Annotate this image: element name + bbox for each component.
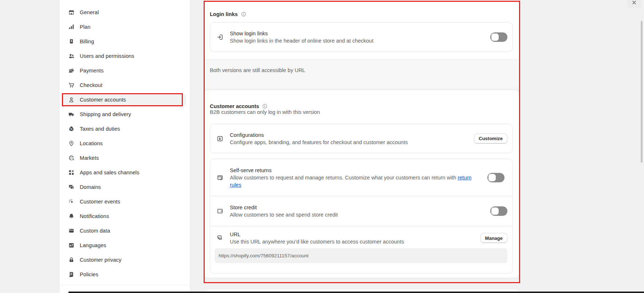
sidebar-item-policies[interactable]: Policies: [63, 269, 186, 280]
sidebar-item-languages[interactable]: A Languages: [63, 239, 186, 251]
sidebar-list: General Plan $ Billing Users and permiss…: [59, 0, 190, 280]
account-features-list: Self-serve returns Allow customers to re…: [210, 159, 513, 274]
setting-title: Configurations: [230, 131, 468, 139]
url-text: URL Use this URL anywhere you’d like cus…: [230, 231, 474, 245]
customize-button[interactable]: Customize: [474, 134, 507, 144]
store-credit-icon: [216, 207, 224, 215]
sidebar-item-plan[interactable]: Plan: [63, 21, 186, 33]
translate-icon: A: [68, 242, 75, 249]
sidebar-item-label: Taxes and duties: [80, 126, 120, 132]
person-icon: [68, 96, 75, 103]
account-url-value: https://shopify.com/75609211157/account: [219, 253, 309, 258]
configurations-icon: [216, 135, 224, 142]
sidebar-item-label: Billing: [80, 39, 94, 44]
sidebar-item-label: Apps and sales channels: [80, 170, 140, 175]
setting-title: URL: [230, 231, 474, 238]
tax-bag-icon: %: [68, 126, 75, 132]
toggle-knob: [491, 33, 499, 41]
sidebar-item-notifications[interactable]: Notifications: [63, 210, 186, 222]
sidebar-item-label: Payments: [80, 68, 103, 74]
document-icon: [68, 271, 75, 278]
self-serve-returns-row: Self-serve returns Allow customers to re…: [210, 159, 513, 196]
sidebar-item-label: Checkout: [80, 82, 102, 88]
sidebar-item-taxes-duties[interactable]: % Taxes and duties: [63, 123, 186, 135]
login-links-footnote: Both versions are still accessible by UR…: [204, 59, 519, 89]
description-text: Allow customers to request and manage re…: [230, 175, 458, 181]
globe-icon: $: [68, 155, 75, 161]
manage-button[interactable]: Manage: [480, 233, 507, 243]
lock-icon: [68, 257, 75, 263]
sidebar-item-markets[interactable]: $ Markets: [63, 152, 186, 164]
store-credit-row: Store credit Allow customers to see and …: [210, 196, 513, 226]
setting-description: Allow customers to see and spend store c…: [230, 211, 484, 218]
sidebar-item-shipping-delivery[interactable]: Shipping and delivery: [63, 108, 186, 120]
cart-icon: [68, 82, 75, 88]
sidebar-item-locations[interactable]: Locations: [63, 138, 186, 149]
url-pages-icon: [216, 234, 224, 242]
login-links-header: Login links: [210, 6, 247, 22]
svg-text:$: $: [72, 158, 74, 161]
sidebar-item-label: Markets: [80, 155, 99, 161]
sidebar-item-customer-accounts[interactable]: Customer accounts: [63, 94, 186, 106]
setting-title: Show login links: [230, 30, 484, 37]
show-login-links-setting: Show login links Show login links in the…: [210, 22, 513, 52]
setting-description: Configure apps, branding, and features f…: [230, 139, 468, 146]
sidebar-item-label: Customer events: [80, 199, 120, 205]
sidebar-item-label: Custom data: [80, 228, 110, 234]
setting-description: Use this URL anywhere you’d like custome…: [230, 238, 474, 245]
sidebar-item-custom-data[interactable]: Custom data: [63, 225, 186, 237]
billing-icon: $: [68, 38, 75, 45]
setting-title: Self-serve returns: [230, 167, 481, 174]
sidebar-item-checkout[interactable]: Checkout: [63, 79, 186, 91]
close-icon: [632, 0, 637, 5]
sidebar-item-label: Plan: [80, 24, 90, 30]
sidebar-item-general[interactable]: General: [63, 7, 186, 18]
payments-icon: [68, 67, 75, 74]
sidebar-item-label: Policies: [80, 272, 98, 277]
sidebar-item-apps-sales-channels[interactable]: Apps and sales channels: [63, 167, 186, 178]
sidebar-item-label: General: [80, 9, 99, 15]
truck-icon: [68, 111, 75, 118]
bottom-dark-bar: [68, 292, 644, 293]
setting-description: Show login links in the header of online…: [230, 37, 484, 44]
sidebar-item-label: Domains: [80, 184, 101, 190]
footnote-text: Both versions are still accessible by UR…: [210, 67, 305, 73]
sidebar-item-customer-events[interactable]: Customer events: [63, 196, 186, 207]
info-icon[interactable]: [241, 11, 247, 17]
show-login-links-text: Show login links Show login links in the…: [230, 30, 484, 44]
toggle-knob: [488, 174, 496, 181]
customer-accounts-subtitle: B2B customers can only log in with this …: [210, 108, 320, 116]
setting-title: Store credit: [230, 204, 484, 211]
map-pin-icon: [68, 140, 75, 147]
toggle-knob: [491, 207, 499, 215]
show-login-links-toggle[interactable]: [490, 32, 507, 42]
account-url-field[interactable]: https://shopify.com/75609211157/account: [215, 248, 507, 263]
sidebar-item-billing[interactable]: $ Billing: [63, 36, 186, 47]
setting-description: Allow customers to request and manage re…: [230, 174, 481, 189]
svg-text:$: $: [71, 39, 72, 43]
sidebar-item-payments[interactable]: Payments: [63, 65, 186, 76]
login-links-title: Login links: [210, 11, 238, 18]
data-box-icon: [68, 227, 75, 234]
plan-icon: [68, 24, 75, 30]
customer-accounts-section: Customer accounts B2B customers can only…: [204, 90, 519, 278]
sidebar-item-label: Shipping and delivery: [80, 111, 131, 117]
sidebar-item-domains[interactable]: Domains: [63, 181, 186, 193]
users-icon: [68, 53, 75, 59]
sidebar-item-label: Customer accounts: [80, 97, 126, 103]
configurations-setting: Configurations Configure apps, branding,…: [210, 124, 513, 153]
sidebar-item-customer-privacy[interactable]: Customer privacy: [63, 254, 186, 266]
sidebar-item-label: Languages: [80, 242, 106, 248]
close-button[interactable]: [627, 0, 641, 8]
svg-text:A: A: [69, 244, 71, 247]
store-credit-toggle[interactable]: [490, 206, 507, 216]
login-arrow-icon: [216, 33, 224, 41]
apps-grid-icon: [68, 169, 75, 176]
store-credit-text: Store credit Allow customers to see and …: [230, 204, 484, 218]
sidebar-item-users-permissions[interactable]: Users and permissions: [63, 50, 186, 62]
configurations-text: Configurations Configure apps, branding,…: [230, 131, 468, 146]
vertical-scrollbar-thumb[interactable]: [641, 21, 643, 163]
store-icon: [68, 9, 75, 16]
self-serve-returns-toggle[interactable]: [487, 173, 504, 182]
cursor-spark-icon: [68, 198, 75, 205]
